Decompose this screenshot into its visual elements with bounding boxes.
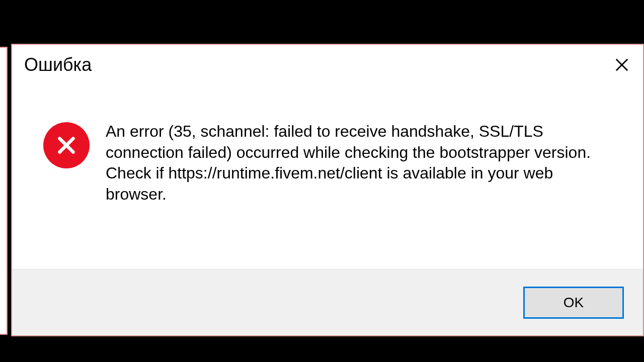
error-icon-wrap: [43, 121, 90, 254]
error-message: An error (35, schannel: failed to receiv…: [106, 121, 618, 254]
error-dialog: Ошибка An error (35, schannel: failed to…: [11, 44, 644, 336]
ok-button-label: OK: [564, 295, 584, 311]
close-icon: [614, 57, 629, 72]
dialog-container: Ошибка An error (35, schannel: failed to…: [0, 0, 644, 362]
background-dialog-edge: [0, 47, 8, 335]
error-icon: [43, 122, 90, 168]
ok-button[interactable]: OK: [523, 287, 624, 319]
dialog-title: Ошибка: [24, 54, 92, 75]
close-button[interactable]: [610, 53, 634, 77]
button-area: OK: [12, 269, 643, 335]
content-area: An error (35, schannel: failed to receiv…: [12, 85, 643, 269]
titlebar: Ошибка: [12, 45, 643, 85]
